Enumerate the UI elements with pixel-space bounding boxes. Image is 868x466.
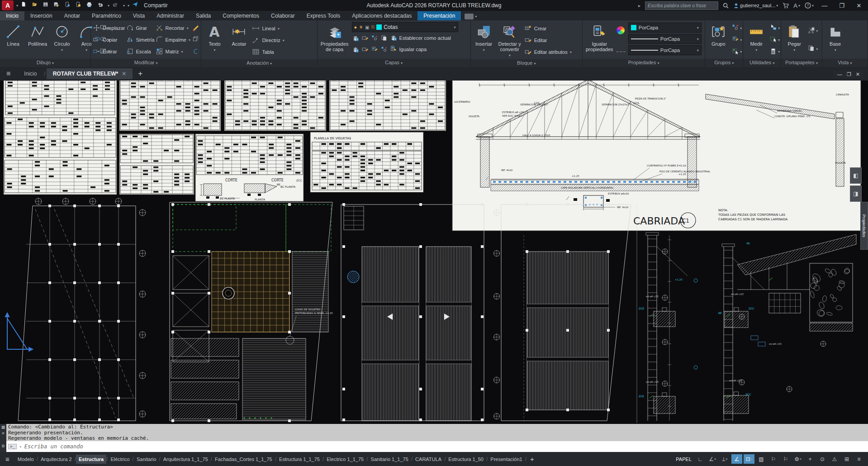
tool-modificar-matriz[interactable]: Matriz▾ — [156, 46, 190, 57]
tool-capas-igualar-capa[interactable]: Igualar capa — [352, 44, 458, 55]
file-tab-rotary-club-trelew-[interactable]: ROTARY CLUB TRELEW* ✕ — [47, 68, 133, 79]
layout-tabs-menu-icon[interactable]: ≡ — [0, 455, 15, 463]
search-input[interactable]: Escriba palabra clave o frase — [645, 1, 718, 10]
menu-tab-anotar[interactable]: Anotar — [58, 11, 86, 20]
layer-dropdown[interactable]: ● ☀ ▣ ⚿ Cotas ▾ — [352, 22, 458, 32]
drawing-canvas[interactable]: 12%12% PLANILLA DE VIGUETASCORTECORTEBEZ… — [0, 81, 868, 424]
status-object-snap-icon[interactable]: ⊡▾ — [744, 454, 754, 464]
tool-modificar-estirar[interactable]: Estirar — [93, 46, 125, 57]
menu-tab-inicio[interactable]: Inicio — [0, 11, 24, 20]
tool-vista-base[interactable]: Base▾ — [824, 21, 847, 59]
status-object-snap-tracking-icon[interactable]: ∠ — [731, 454, 742, 464]
tool-grupos-grupo[interactable]: Grupo — [707, 21, 730, 59]
redo-caret-icon[interactable]: ▾ — [123, 4, 125, 8]
tool-portapapeles-pegar[interactable]: Pegar▾ — [783, 21, 806, 59]
cmd-close-icon[interactable]: ✕ — [1, 431, 5, 436]
layout-tab-sanitario-1-1-75[interactable]: Sanitario 1_1_75 — [368, 455, 411, 464]
status-graphics-warning-icon[interactable]: ⚠ — [829, 454, 840, 464]
tool-capas-establecer-como-actual[interactable]: Establecer como actual — [352, 33, 458, 43]
save-as-icon[interactable] — [53, 1, 62, 10]
status-polar-tracking-icon[interactable]: ∠▾ — [707, 454, 718, 464]
app-menu-caret-icon[interactable]: ▾ — [16, 4, 18, 8]
palette-anchor-button[interactable]: ◧ — [850, 167, 862, 184]
autocad-logo[interactable]: A — [2, 0, 14, 10]
panel-label-dibujo[interactable]: Dibujo ▾ — [0, 59, 90, 67]
tool-utilidades-medir[interactable]: Medir▾ — [745, 21, 768, 59]
tool-anotacion-acotar[interactable]: Acotar — [228, 21, 250, 59]
tool-anotacion-lineal[interactable]: Lineal▾ — [252, 23, 284, 34]
command-caret-icon[interactable]: ▾ — [19, 445, 22, 449]
status-annotation-scale-add-icon[interactable]: + — [805, 454, 816, 464]
layout-tab-fachadas-cortes-1-1-75[interactable]: Fachadas_Cortes 1_1_75 — [212, 455, 275, 464]
save-to-web-icon[interactable] — [75, 1, 83, 10]
tool-portapapeles-copyclip[interactable]: ▾ — [807, 44, 818, 53]
menu-tab-salida[interactable]: Salida — [190, 11, 217, 20]
layout-tab-arquitectura-2[interactable]: Arquitectura 2 — [38, 455, 74, 464]
color-wheel-icon[interactable] — [617, 26, 625, 34]
tool-grupos-gsel[interactable]: ▾ — [731, 48, 742, 57]
layout-tab-estructura-1-50[interactable]: Estructura 1_50 — [446, 455, 486, 464]
command-history[interactable]: Comando: <Cambiando al: Estructura>Regen… — [6, 424, 868, 441]
search-expand-icon[interactable]: ▸ — [638, 3, 640, 8]
tool-dibujo-l-nea[interactable]: Línea — [2, 21, 24, 59]
tool-modificar-escala[interactable]: Escala — [126, 46, 155, 57]
properties-palette-tab[interactable]: Propiedades — [860, 202, 868, 250]
tool-modificar-girar[interactable]: Girar — [126, 22, 155, 34]
open-from-web-icon[interactable] — [64, 1, 72, 10]
tool-dibujo-c-rculo[interactable]: Círculo▾ — [51, 21, 73, 59]
layout-tab-modelo[interactable]: Modelo — [15, 455, 37, 464]
menu-tab-colaborar[interactable]: Colaborar — [265, 11, 301, 20]
tool-portapapeles-cut[interactable]: ▾ — [807, 27, 818, 36]
status-clean-screen-icon[interactable]: ⊞ — [841, 454, 852, 464]
menu-tab-administrar[interactable]: Administrar — [151, 11, 190, 20]
new-file-icon[interactable] — [21, 1, 29, 10]
property-dropdown-color[interactable]: PorCapa▾ — [628, 23, 702, 33]
status-autoscale-icon[interactable]: ⚐ — [780, 454, 791, 464]
user-name[interactable]: gutierrez_saul... — [740, 3, 775, 8]
layout-tab-presentaci-n1[interactable]: Presentación1 — [488, 455, 525, 464]
undo-icon[interactable] — [97, 1, 105, 10]
panel-label-bloque[interactable]: Bloque ▾ — [471, 59, 582, 67]
tool-dibujo-polil-nea[interactable]: Polilínea — [26, 21, 49, 59]
tool-grupos-gedit[interactable]: ▾ — [731, 35, 742, 44]
panel-label-anotacion[interactable]: Anotación ▾ — [201, 59, 317, 67]
vp-minimize-icon[interactable]: — — [837, 71, 842, 77]
save-icon[interactable] — [43, 1, 51, 10]
tool-anotacion-tabla[interactable]: Tabla — [252, 46, 284, 58]
layout-tab-arquitectura-1-1-75[interactable]: Arquitectura 1_1_75 — [161, 455, 211, 464]
search-icon[interactable] — [723, 3, 729, 9]
tool-bloque-editar[interactable]: Editar — [524, 34, 572, 46]
status-workspace-switching-icon[interactable]: ⊙ — [817, 454, 828, 464]
minimize-button[interactable]: — — [818, 2, 831, 9]
layout-tab-estructura[interactable]: Estructura — [76, 455, 106, 464]
file-tabs-menu-icon[interactable]: ≡ — [0, 70, 17, 78]
command-input[interactable]: >_ ▾ Escriba un comando — [6, 441, 868, 452]
tool-grupos-gdis[interactable]: ▾ — [731, 24, 742, 33]
tool-anotacion-directriz[interactable]: Directriz▾ — [252, 34, 284, 46]
panel-label-grupos[interactable]: Grupos ▾ — [705, 59, 743, 67]
ribbon-display-caret-icon[interactable]: ▾ — [475, 14, 477, 19]
linetype-icon[interactable]: ╌╌╌ — [617, 50, 626, 54]
panel-label-portapapeles[interactable]: Portapapeles ▾ — [781, 59, 821, 67]
tool-modificar-join[interactable] — [191, 46, 199, 57]
tool-anotacion-texto[interactable]: A Texto▾ — [203, 21, 226, 59]
tool-bloque-crear[interactable]: Crear — [524, 23, 572, 34]
panel-label-modificar[interactable]: Modificar ▾ — [91, 59, 201, 67]
autodesk-access-icon[interactable]: A▾ — [793, 2, 800, 9]
file-tab-inicio[interactable]: Inicio — [18, 68, 43, 79]
tool-modificar-copiar[interactable]: Copiar — [93, 34, 125, 46]
status-annotation-visibility-icon[interactable]: ⚐ — [768, 454, 779, 464]
menu-tab-param-trico[interactable]: Paramétrico — [86, 11, 127, 20]
paper-space-button[interactable]: PAPEL — [676, 456, 692, 462]
tool-propiedades-igualar[interactable]: Igualarpropiedades — [584, 21, 615, 59]
share-plane-icon[interactable] — [132, 1, 140, 10]
menu-tab-presentaci-n[interactable]: Presentación — [417, 11, 461, 20]
redo-icon[interactable] — [112, 1, 120, 10]
tool-modificar-simetr-a[interactable]: Simetría — [126, 34, 155, 46]
vp-restore-icon[interactable]: ❐ — [847, 71, 851, 77]
layout-tab-caratula[interactable]: CARATULA — [413, 455, 444, 464]
menu-tab-express-tools[interactable]: Express Tools — [301, 11, 346, 20]
panel-label-propiedades[interactable]: Propiedades ▾ — [583, 59, 705, 67]
restore-button[interactable]: ❐ — [835, 2, 848, 9]
layout-tab-sanitario[interactable]: Sanitario — [134, 455, 159, 464]
